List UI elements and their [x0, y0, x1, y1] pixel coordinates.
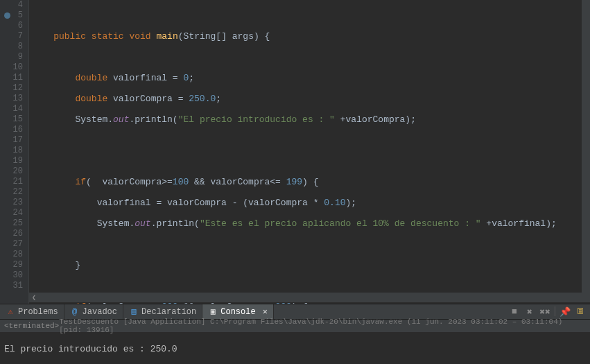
- tab-label: Declaration: [141, 307, 196, 317]
- line-number: 21: [0, 177, 23, 187]
- line-number: 31: [0, 281, 23, 291]
- bottom-panel: ⚠ Problems @ Javadoc ▤ Declaration ▣ Con…: [0, 304, 590, 364]
- code-line: [32, 156, 590, 166]
- javadoc-icon: @: [70, 307, 80, 317]
- line-number: 5: [0, 10, 23, 21]
- code-line: double valorCompra = 250.0;: [32, 94, 590, 104]
- console-output[interactable]: El precio introducido es : 250.0 Este es…: [0, 332, 590, 364]
- line-number: 6: [0, 21, 23, 31]
- tab-problems[interactable]: ⚠ Problems: [0, 304, 64, 319]
- problems-icon: ⚠: [6, 307, 15, 317]
- code-line: }: [32, 260, 590, 270]
- line-number-gutter: 4 5 6 7 8 9 10 11 12 13 14 15 16 17 18 1…: [0, 0, 29, 304]
- display-selected-icon[interactable]: 🗏: [575, 306, 586, 318]
- tab-console[interactable]: ▣ Console ✕: [202, 304, 274, 319]
- line-number: 24: [0, 208, 23, 218]
- remove-launch-icon[interactable]: ■: [509, 306, 520, 318]
- code-line: [32, 135, 590, 146]
- tab-javadoc[interactable]: @ Javadoc: [64, 304, 123, 319]
- console-header: <terminated> TestDescuento [Java Applica…: [0, 320, 590, 332]
- line-number: 23: [0, 198, 23, 208]
- line-number: 19: [0, 156, 23, 166]
- line-number: 20: [0, 166, 23, 177]
- declaration-icon: ▤: [129, 307, 139, 317]
- code-line: System.out.println("Este es el precio ap…: [32, 218, 590, 229]
- line-number: 26: [0, 229, 23, 239]
- tab-label: Console: [220, 307, 255, 317]
- line-number: 14: [0, 104, 23, 114]
- line-number: 8: [0, 42, 23, 52]
- line-number: 12: [0, 83, 23, 94]
- line-number: 18: [0, 146, 23, 156]
- breakpoint-icon[interactable]: [4, 12, 10, 19]
- code-line: [32, 239, 590, 250]
- line-number: 10: [0, 62, 23, 73]
- console-line: El precio introducido es : 250.0: [4, 344, 586, 354]
- line-number: 29: [0, 260, 23, 270]
- line-number: 4: [0, 0, 23, 10]
- console-icon: ▣: [208, 307, 218, 317]
- code-line: double valorfinal = 0;: [32, 73, 590, 83]
- code-editor[interactable]: 4 5 6 7 8 9 10 11 12 13 14 15 16 17 18 1…: [0, 0, 590, 304]
- code-body[interactable]: public static void main(String[] args) {…: [29, 0, 590, 304]
- code-line: [32, 281, 590, 291]
- scroll-left-icon[interactable]: ❮: [29, 293, 39, 302]
- code-line: [32, 10, 590, 21]
- close-icon[interactable]: ✕: [259, 306, 268, 317]
- vertical-scrollbar[interactable]: [582, 0, 590, 302]
- tab-label: Problems: [18, 307, 58, 317]
- line-number: 15: [0, 114, 23, 125]
- line-number: 13: [0, 94, 23, 104]
- code-line: valorfinal = valorCompra - (valorCompra …: [32, 198, 590, 208]
- line-number: 27: [0, 239, 23, 250]
- line-number: 9: [0, 52, 23, 62]
- horizontal-scrollbar[interactable]: ❮: [29, 293, 582, 302]
- line-number: 28: [0, 250, 23, 260]
- remove-all2-icon[interactable]: ✖✖: [539, 306, 550, 318]
- line-number: 30: [0, 270, 23, 281]
- tab-label: Javadoc: [83, 307, 117, 317]
- pin-console-icon[interactable]: 📌: [559, 306, 571, 318]
- remove-all-icon[interactable]: ✖: [524, 306, 535, 318]
- line-number: 7: [0, 31, 23, 42]
- code-line: public static void main(String[] args) {: [32, 31, 590, 42]
- line-number: 22: [0, 187, 23, 198]
- code-line: [32, 52, 590, 62]
- code-line: System.out.println("El precio introducid…: [32, 114, 590, 125]
- code-line: if( valorCompra>=100 && valorCompra<= 19…: [32, 177, 590, 187]
- tab-declaration[interactable]: ▤ Declaration: [123, 304, 202, 319]
- line-number: 25: [0, 218, 23, 229]
- line-number: 17: [0, 135, 23, 146]
- line-number: 16: [0, 125, 23, 135]
- line-number: 11: [0, 73, 23, 83]
